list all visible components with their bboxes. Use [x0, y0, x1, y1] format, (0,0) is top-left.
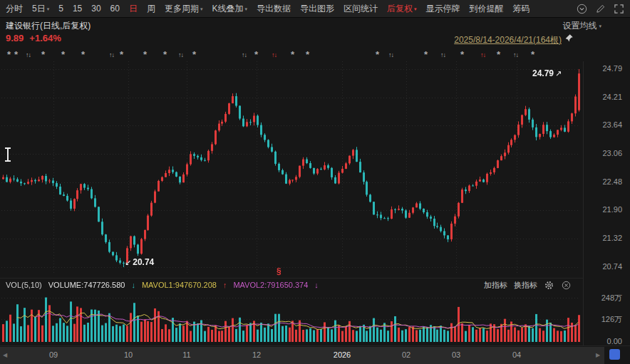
announcement-marker[interactable]: * — [254, 50, 258, 60]
time-axis-label-09: 09 — [49, 350, 58, 359]
pane-divider — [0, 278, 583, 279]
period-high-annotation: 24.79 ↗ — [532, 68, 562, 78]
toolbar-item-9[interactable]: K线叠加▾ — [212, 3, 247, 15]
visible-range-label[interactable]: 2025/8/14-2026/4/21(164根) — [454, 34, 562, 46]
toolbar-item-13[interactable]: 后复权▾ — [387, 3, 417, 15]
toolbar-item-1[interactable]: 5日▾ — [32, 3, 49, 15]
gear-icon[interactable] — [544, 280, 554, 291]
time-axis-label-04: 04 — [512, 350, 521, 359]
updown-arrows-marker[interactable]: ↑↓ — [109, 50, 114, 60]
toolbar-item-0[interactable]: 分时 — [6, 3, 23, 15]
chevron-down-icon: ▾ — [414, 6, 417, 11]
announcement-marker[interactable]: * — [41, 50, 45, 60]
toolbar-item-12[interactable]: 区间统计 — [344, 3, 378, 15]
scroll-right-icon[interactable]: ▶ — [596, 352, 600, 358]
toolbar-item-7[interactable]: 周 — [147, 3, 155, 15]
add-indicator-button[interactable]: 加指标 — [484, 280, 507, 291]
corner-widget-button[interactable] — [609, 349, 620, 360]
volume-canvas[interactable] — [1, 293, 580, 342]
updown-arrows-marker[interactable]: ↑↓ — [26, 50, 31, 60]
time-axis-label-12: 12 — [252, 350, 261, 359]
announcement-marker[interactable]: * — [192, 50, 196, 60]
toolbar-item-16[interactable]: 筹码 — [513, 3, 530, 15]
mavol2-value: MAVOL2:791650.374 — [233, 281, 308, 289]
time-axis-label-10: 10 — [124, 350, 133, 359]
announcement-marker[interactable]: * — [61, 50, 65, 60]
updown-arrows-marker[interactable]: ↑↓ — [480, 50, 485, 60]
price-change-percent: +1.64% — [29, 33, 61, 43]
price-axis-label: 24.79 — [584, 64, 622, 73]
announcement-marker[interactable]: * — [424, 50, 428, 60]
volume-axis-label: 248万 — [584, 293, 622, 303]
close-icon[interactable] — [561, 280, 572, 291]
mavol1-direction-arrow: ↑ — [223, 281, 227, 289]
text-cursor — [5, 147, 11, 162]
ma-settings-label: 设置均线 — [562, 20, 597, 32]
time-axis-label-03: 03 — [452, 350, 460, 359]
toolbar-item-10[interactable]: 导出数据 — [257, 3, 291, 15]
price-axis-label: 21.90 — [584, 205, 622, 214]
volume-indicator-name[interactable]: VOL(5,10) — [6, 281, 42, 289]
chevron-down-icon: ▾ — [245, 6, 248, 11]
collapse-toolbar-icon[interactable] — [577, 4, 587, 14]
announcement-marker[interactable]: * — [143, 50, 147, 60]
switch-indicator-button[interactable]: 换指标 — [514, 280, 537, 291]
volume-indicator-bar: VOL(5,10) VOLUME:747726.580 ↓ MAVOL1:947… — [6, 281, 319, 289]
updown-arrows-marker[interactable]: ↑↓ — [242, 50, 247, 60]
toolbar-item-11[interactable]: 导出图形 — [300, 3, 334, 15]
volume-value: VOLUME:747726.580 — [48, 281, 125, 289]
toolbar: 分时5日▾5153060日周更多周期▾K线叠加▾导出数据导出图形区间统计后复权▾… — [0, 0, 630, 18]
time-axis[interactable]: ◀ ▶ 091011122026020304 — [0, 347, 604, 364]
announcement-marker[interactable]: * — [7, 50, 11, 60]
announcement-marker[interactable]: * — [163, 50, 167, 60]
announcement-marker[interactable]: * — [81, 50, 85, 60]
updown-arrows-marker[interactable]: ↑↓ — [513, 50, 518, 60]
updown-arrows-marker[interactable]: ↑↓ — [178, 50, 183, 60]
price-axis-label: 23.06 — [584, 149, 622, 157]
toolbar-item-4[interactable]: 30 — [91, 4, 100, 14]
scroll-left-icon[interactable]: ◀ — [3, 352, 7, 358]
toolbar-item-8[interactable]: 更多周期▾ — [165, 3, 203, 15]
period-low-label: 20.74 — [133, 257, 154, 267]
fullscreen-icon[interactable] — [614, 4, 624, 14]
draw-edit-icon[interactable] — [595, 4, 606, 14]
toolbar-right — [577, 4, 624, 14]
bottom-divider — [0, 345, 630, 346]
updown-arrows-marker[interactable]: ↑↓ — [272, 50, 277, 60]
arrow-ne-icon: ↗ — [555, 69, 562, 78]
ma-settings-button[interactable]: 设置均线 ▾ — [562, 20, 601, 32]
mavol2-direction-arrow: ↓ — [314, 281, 319, 289]
chart-title: 建设银行(日线,后复权) — [6, 20, 91, 32]
price-canvas[interactable] — [1, 61, 580, 275]
volume-tools: 加指标 换指标 — [484, 280, 572, 291]
axis-separator — [583, 61, 584, 345]
updown-arrows-marker[interactable]: ↑↓ — [388, 50, 393, 60]
pin-icon[interactable] — [564, 33, 574, 45]
announcement-marker[interactable]: * — [497, 50, 500, 60]
ex-dividend-marker[interactable]: § — [277, 266, 282, 276]
stock-chart-window: 分时5日▾5153060日周更多周期▾K线叠加▾导出数据导出图形区间统计后复权▾… — [0, 0, 630, 364]
toolbar-item-15[interactable]: 到价提醒 — [470, 3, 504, 15]
announcement-marker[interactable]: * — [291, 50, 294, 60]
volume-axis-label: 0.00 — [584, 337, 622, 345]
price-axis-label: 24.21 — [584, 93, 622, 101]
time-axis-label-2026: 2026 — [334, 350, 351, 359]
chevron-down-icon: ▾ — [599, 24, 601, 28]
announcement-marker[interactable]: * — [531, 50, 535, 60]
announcement-marker[interactable]: * — [306, 50, 309, 60]
announcement-marker[interactable]: * — [14, 50, 18, 60]
toolbar-item-5[interactable]: 60 — [110, 4, 120, 14]
chevron-down-icon: ▾ — [200, 6, 203, 11]
toolbar-item-14[interactable]: 显示停牌 — [426, 3, 460, 15]
toolbar-item-3[interactable]: 15 — [73, 4, 82, 14]
time-axis-label-02: 02 — [402, 350, 410, 359]
announcement-marker[interactable]: * — [376, 50, 379, 60]
announcement-marker[interactable]: * — [120, 50, 123, 60]
toolbar-item-6[interactable]: 日 — [129, 3, 138, 15]
time-axis-label-11: 11 — [182, 350, 190, 359]
toolbar-item-2[interactable]: 5 — [58, 4, 63, 14]
announcement-marker[interactable]: * — [460, 50, 464, 60]
price-axis-label: 22.48 — [584, 177, 622, 186]
arrow-sw-icon: ↙ — [125, 258, 131, 267]
updown-arrows-marker[interactable]: ↑↓ — [440, 50, 445, 60]
